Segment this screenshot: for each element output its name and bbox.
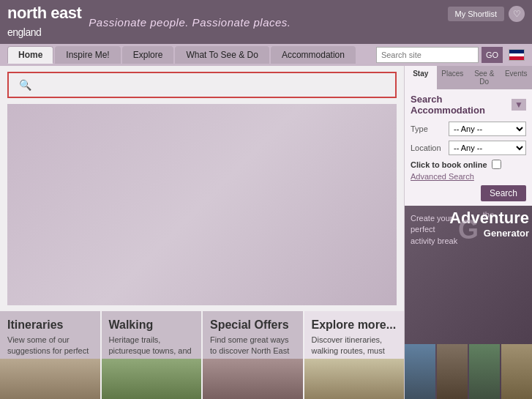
- adventure-g-graphic: G: [458, 215, 479, 245]
- adv-photo-4: [501, 344, 532, 399]
- accom-title: Search Accommodation: [411, 94, 512, 116]
- advanced-search-link[interactable]: Advanced Search: [411, 172, 526, 181]
- hero-background: [7, 104, 397, 305]
- main-area: 🔍 Itineraries View some of our suggestio…: [0, 66, 532, 399]
- search-icon: 🔍: [19, 79, 31, 91]
- content-area: 🔍 Itineraries View some of our suggestio…: [0, 66, 404, 399]
- card-itineraries-image: [0, 359, 100, 399]
- click-book-row: Click to book online: [411, 160, 526, 169]
- adv-photo-3: [469, 344, 500, 399]
- nav-search-area: GO: [376, 47, 525, 63]
- tagline: Passionate people. Passionate places.: [89, 16, 291, 29]
- main-nav: Home Inspire Me! Explore What To See & D…: [0, 44, 532, 66]
- adventure-generator[interactable]: Create your perfect activity break the A…: [405, 206, 532, 399]
- location-label: Location: [411, 143, 449, 152]
- nav-tab-accommodation[interactable]: Accommodation: [271, 46, 356, 64]
- card-explore-image: [304, 359, 405, 399]
- flag-icon: [509, 49, 525, 61]
- nav-tab-inspire[interactable]: Inspire Me!: [55, 46, 120, 64]
- card-explore[interactable]: Explore more... Discover itineraries, wa…: [304, 311, 405, 399]
- card-walking[interactable]: Walking Heritage trails, picturesque tow…: [102, 311, 203, 399]
- nav-tab-explore[interactable]: Explore: [122, 46, 174, 64]
- bottom-cards: Itineraries View some of our suggestions…: [0, 311, 404, 399]
- nav-search-input[interactable]: [376, 47, 479, 63]
- type-select[interactable]: -- Any --: [449, 122, 526, 136]
- adv-photo-1: [405, 344, 435, 399]
- accom-title-row: Search Accommodation ▼: [411, 94, 526, 116]
- sidebar-tab-stay[interactable]: Stay: [405, 66, 437, 89]
- card-itineraries[interactable]: Itineraries View some of our suggestions…: [0, 311, 102, 399]
- hero-image: [7, 104, 397, 305]
- nav-search-button[interactable]: GO: [482, 47, 503, 63]
- shortlist-button[interactable]: My Shortlist: [448, 7, 504, 21]
- click-book-label: Click to book online: [411, 160, 487, 169]
- search-button[interactable]: Search: [481, 185, 526, 201]
- sidebar-tabs: Stay Places See & Do Events: [405, 66, 532, 89]
- location-field-row: Location -- Any --: [411, 141, 526, 155]
- card-offers[interactable]: Special Offers Find some great ways to d…: [203, 311, 304, 399]
- right-sidebar: Stay Places See & Do Events Search Accom…: [404, 66, 532, 399]
- sidebar-tab-see-do[interactable]: See & Do: [468, 66, 501, 89]
- nav-tab-home[interactable]: Home: [7, 46, 53, 64]
- page-header: north eastengland Passionate people. Pas…: [0, 0, 532, 44]
- shortlist-area: My Shortlist ♡: [448, 6, 525, 22]
- click-book-checkbox[interactable]: [492, 160, 501, 169]
- card-itineraries-title: Itineraries: [7, 318, 93, 332]
- adventure-photos: [405, 344, 532, 399]
- card-offers-title: Special Offers: [210, 318, 296, 332]
- adv-photo-2: [437, 344, 468, 399]
- location-select[interactable]: -- Any --: [449, 141, 526, 155]
- sidebar-tab-places[interactable]: Places: [437, 66, 469, 89]
- nav-tab-see-do[interactable]: What To See & Do: [175, 46, 269, 64]
- type-field-row: Type -- Any --: [411, 122, 526, 136]
- card-walking-image: [102, 359, 202, 399]
- accom-collapse-icon[interactable]: ▼: [512, 99, 526, 111]
- card-walking-title: Walking: [109, 318, 195, 332]
- shortlist-icon: ♡: [509, 6, 525, 22]
- sidebar-tab-events[interactable]: Events: [501, 66, 533, 89]
- search-bar: 🔍: [7, 72, 397, 98]
- logo-england: england: [7, 26, 41, 38]
- type-label: Type: [411, 124, 449, 133]
- accommodation-search: Search Accommodation ▼ Type -- Any -- Lo…: [405, 89, 532, 206]
- card-offers-image: [203, 359, 303, 399]
- logo-text: north eastengland: [7, 4, 81, 40]
- activity-break-text: activity break: [411, 236, 457, 247]
- logo: north eastengland: [7, 4, 81, 40]
- generator-text: Generator: [484, 228, 529, 239]
- card-explore-title: Explore more...: [312, 318, 397, 332]
- adventure-background: Create your perfect activity break the A…: [405, 206, 532, 399]
